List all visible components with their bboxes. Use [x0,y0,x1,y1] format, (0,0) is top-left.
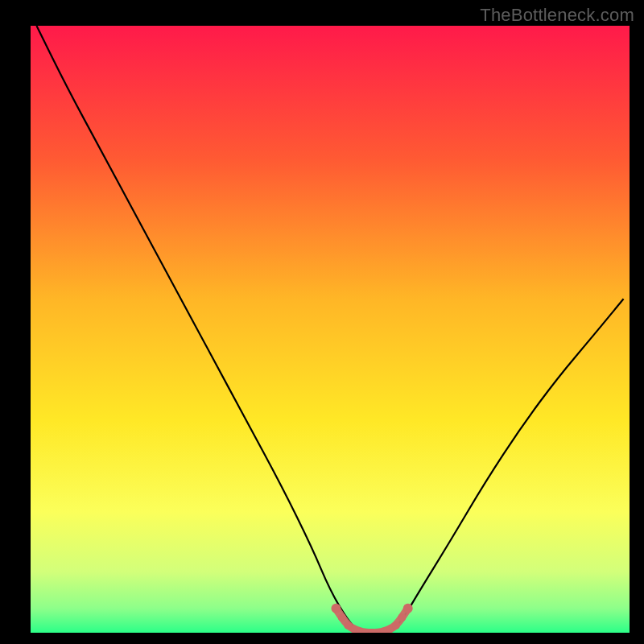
svg-point-10 [392,621,400,630]
svg-point-12 [403,604,413,613]
watermark-text: TheBottleneck.com [480,5,634,26]
frame-border-right [630,0,644,644]
chart-plot-area [31,26,630,633]
chart-background [31,26,630,633]
chart-frame: TheBottleneck.com [0,0,644,644]
svg-point-11 [398,613,406,621]
svg-point-0 [331,604,341,613]
chart-svg [31,26,630,633]
svg-point-1 [338,613,346,621]
frame-border-bottom [0,633,644,644]
frame-border-left [0,0,31,644]
